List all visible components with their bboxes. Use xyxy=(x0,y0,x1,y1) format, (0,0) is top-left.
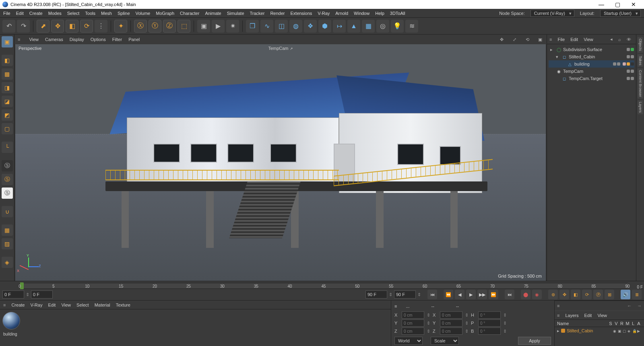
add-grid-button[interactable]: ▦ xyxy=(362,20,375,33)
pos-x-field[interactable] xyxy=(402,311,424,319)
sidetab-objects[interactable]: Objects xyxy=(638,37,643,53)
snap-mode-button[interactable]: Ⓢ xyxy=(2,160,13,171)
menu-mograph[interactable]: MoGraph xyxy=(156,11,174,16)
add-cube-button[interactable]: ❒ xyxy=(246,20,259,33)
menu-3dtoall[interactable]: 3DToAll xyxy=(390,11,405,16)
symmetry-button[interactable]: Ⓢ xyxy=(2,187,13,199)
model-mode-button[interactable]: ◧ xyxy=(2,55,13,66)
viewport-menu-icon[interactable]: ≡ xyxy=(18,37,20,42)
point-mode-button[interactable]: ◪ xyxy=(2,96,13,107)
matmenu-select[interactable]: Select xyxy=(76,303,89,307)
sidetab-content-browser[interactable]: Content Browser xyxy=(638,68,643,99)
axis-toggle[interactable]: ✦ xyxy=(114,20,127,33)
size-y-field[interactable] xyxy=(440,319,462,327)
material-thumbnail[interactable] xyxy=(2,312,20,330)
prev-frame-button[interactable]: ◀ xyxy=(455,290,464,299)
workplane-a-button[interactable]: ▦ xyxy=(2,224,13,236)
objects-tree[interactable]: ▸◯Subdivision Surface▾◻Stilted_Cabin△bui… xyxy=(547,44,636,281)
menu-volume[interactable]: Volume xyxy=(136,11,151,16)
x-axis-button[interactable]: Ⓧ xyxy=(134,20,147,33)
menu-mesh[interactable]: Mesh xyxy=(101,11,112,16)
render-view-button[interactable]: ▣ xyxy=(197,20,210,33)
material-menu-icon[interactable]: ≡ xyxy=(3,303,6,307)
key-mode-f[interactable]: ⊞ xyxy=(605,290,614,299)
menu-render[interactable]: Render xyxy=(270,11,285,16)
apply-button[interactable]: Apply xyxy=(518,337,551,345)
viewport-3d[interactable]: Perspective TempCam ↗ Grid Spacing : 500… xyxy=(15,44,546,281)
workplane-b-button[interactable]: ▨ xyxy=(2,238,13,249)
autokey-button[interactable]: ◉ xyxy=(532,290,542,299)
viewport-maximize-icon[interactable]: ▣ xyxy=(537,36,543,43)
viewport-orbit-icon[interactable]: ⟲ xyxy=(524,36,530,43)
sidetab-takes[interactable]: Takes xyxy=(638,54,643,67)
rot-p-field[interactable] xyxy=(478,319,501,327)
live-select-tool[interactable]: ⬈ xyxy=(37,20,50,33)
viewmenu-options[interactable]: Options xyxy=(91,37,106,42)
texture-mode-button[interactable]: ▩ xyxy=(2,68,13,80)
viewport-zoom-icon[interactable]: ⤢ xyxy=(511,36,518,43)
objmenu-view[interactable]: View xyxy=(584,37,593,42)
add-field-button[interactable]: ◍ xyxy=(289,20,302,33)
play-button[interactable]: ▶ xyxy=(466,290,476,299)
viewmenu-view[interactable]: View xyxy=(29,37,39,42)
menu-simulate[interactable]: Simulate xyxy=(227,11,244,16)
layers-menu-icon[interactable]: ≡ xyxy=(557,313,559,318)
attr-next-icon[interactable]: → xyxy=(637,303,642,308)
render-settings-button[interactable]: ✷ xyxy=(226,20,239,33)
render-pv-button[interactable]: ▶ xyxy=(212,20,225,33)
layermenu-edit[interactable]: Edit xyxy=(584,313,592,318)
move-tool[interactable]: ✥ xyxy=(51,20,64,33)
tree-item-subdivision-surface[interactable]: ▸◯Subdivision Surface xyxy=(549,46,634,53)
add-spline-button[interactable]: ∿ xyxy=(260,20,273,33)
matmenu-create[interactable]: Create xyxy=(11,303,25,307)
menu-select[interactable]: Select xyxy=(67,11,80,16)
objects-search-icon[interactable]: ⌕ xyxy=(618,37,621,42)
matmenu-v-ray[interactable]: V-Ray xyxy=(30,303,42,307)
scale-tool[interactable]: ◧ xyxy=(66,20,78,33)
objmenu-edit[interactable]: Edit xyxy=(570,37,578,42)
tree-item-building[interactable]: △building xyxy=(549,60,634,68)
attr-prev-icon[interactable]: ← xyxy=(627,303,632,308)
timeline-loop-start-field[interactable] xyxy=(31,290,53,299)
viewport-move-icon[interactable]: ✥ xyxy=(498,36,505,43)
sidetab-layers[interactable]: Layers xyxy=(638,100,643,114)
pos-z-field[interactable] xyxy=(402,327,424,335)
attribute-menu-icon[interactable]: ≡ xyxy=(557,303,559,308)
rotate-tool[interactable]: ⟳ xyxy=(80,20,93,33)
menu-arnold[interactable]: Arnold xyxy=(335,11,348,16)
key-mode-e[interactable]: Ⓟ xyxy=(593,290,603,299)
layer-row[interactable]: ▸ Stilted_Cabin ◉▣▢◈🔒▶ xyxy=(555,327,644,334)
key-mode-c[interactable]: ◧ xyxy=(571,290,580,299)
size-x-field[interactable] xyxy=(440,311,462,319)
coordinate-system-button[interactable]: ⬚ xyxy=(178,20,190,33)
objects-prev-icon[interactable]: ◂ xyxy=(610,37,613,42)
tree-item-stilted-cabin[interactable]: ▾◻Stilted_Cabin xyxy=(549,53,634,60)
size-z-field[interactable] xyxy=(440,327,462,335)
menu-animate[interactable]: Animate xyxy=(205,11,221,16)
menu-modes[interactable]: Modes xyxy=(48,11,62,16)
next-key-button[interactable]: ⏩ xyxy=(489,290,498,299)
viewport-solo-button[interactable]: ◈ xyxy=(2,257,13,268)
coord-system-a[interactable]: World xyxy=(394,337,423,345)
window-minimize-button[interactable]: — xyxy=(593,1,609,8)
go-start-button[interactable]: ⏮ xyxy=(427,290,437,299)
menu-character[interactable]: Character xyxy=(180,11,199,16)
rot-b-field[interactable] xyxy=(478,327,501,335)
layermenu-layers[interactable]: Layers xyxy=(565,313,578,318)
menu-spline[interactable]: Spline xyxy=(118,11,130,16)
soft-select-button[interactable]: Ⓢ xyxy=(2,174,13,185)
prev-key-button[interactable]: ⏪ xyxy=(444,290,453,299)
add-camera-button[interactable]: ▲ xyxy=(347,20,360,33)
layout-select[interactable]: Startup (User) xyxy=(600,10,641,17)
marker-button[interactable]: ≣ xyxy=(632,290,642,299)
make-editable-button[interactable]: ▣ xyxy=(2,36,13,47)
matmenu-material[interactable]: Material xyxy=(95,303,110,307)
menu-create[interactable]: Create xyxy=(29,11,43,16)
matmenu-view[interactable]: View xyxy=(61,303,71,307)
rot-h-field[interactable] xyxy=(478,311,501,319)
pos-y-field[interactable] xyxy=(402,319,424,327)
menu-v-ray[interactable]: V-Ray xyxy=(318,11,330,16)
edge-mode-button[interactable]: ◩ xyxy=(2,109,13,121)
workplane-mode-button[interactable]: ◨ xyxy=(2,82,13,93)
sound-button[interactable]: 🔊 xyxy=(621,290,630,299)
